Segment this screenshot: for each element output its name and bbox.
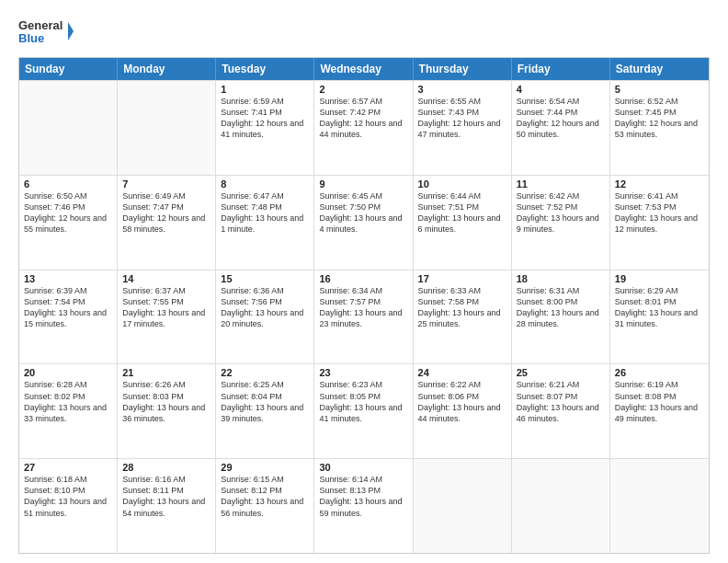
calendar-header-cell: Saturday (610, 58, 709, 80)
calendar-cell: 5Sunrise: 6:52 AM Sunset: 7:45 PM Daylig… (610, 81, 709, 175)
page: General Blue SundayMondayTuesdayWednesda… (0, 0, 728, 563)
day-number: 6 (24, 178, 112, 190)
day-info: Sunrise: 6:19 AM Sunset: 8:08 PM Dayligh… (615, 379, 704, 424)
day-number: 20 (24, 367, 112, 378)
calendar-cell (118, 81, 216, 175)
calendar-cell (414, 459, 512, 553)
day-number: 30 (319, 462, 407, 473)
day-info: Sunrise: 6:57 AM Sunset: 7:42 PM Dayligh… (319, 96, 407, 141)
day-info: Sunrise: 6:39 AM Sunset: 7:54 PM Dayligh… (24, 285, 112, 330)
calendar-cell (512, 459, 610, 553)
calendar-row: 20Sunrise: 6:28 AM Sunset: 8:02 PM Dayli… (19, 363, 709, 458)
calendar-cell: 20Sunrise: 6:28 AM Sunset: 8:02 PM Dayli… (19, 364, 118, 458)
calendar-cell: 26Sunrise: 6:19 AM Sunset: 8:08 PM Dayli… (610, 364, 709, 458)
calendar-cell: 2Sunrise: 6:57 AM Sunset: 7:42 PM Daylig… (314, 81, 413, 175)
calendar-cell: 13Sunrise: 6:39 AM Sunset: 7:54 PM Dayli… (19, 270, 118, 364)
day-number: 10 (418, 178, 506, 190)
day-number: 5 (615, 84, 704, 95)
day-info: Sunrise: 6:33 AM Sunset: 7:58 PM Dayligh… (418, 285, 506, 330)
day-info: Sunrise: 6:25 AM Sunset: 8:04 PM Dayligh… (221, 379, 309, 424)
svg-text:General: General (18, 18, 63, 32)
day-info: Sunrise: 6:31 AM Sunset: 8:00 PM Dayligh… (517, 285, 605, 330)
day-number: 8 (221, 178, 309, 190)
day-info: Sunrise: 6:50 AM Sunset: 7:46 PM Dayligh… (24, 190, 112, 236)
day-number: 4 (517, 84, 605, 95)
day-number: 2 (319, 84, 407, 95)
calendar-cell: 8Sunrise: 6:47 AM Sunset: 7:48 PM Daylig… (216, 176, 314, 270)
calendar-row: 13Sunrise: 6:39 AM Sunset: 7:54 PM Dayli… (19, 270, 709, 364)
day-info: Sunrise: 6:49 AM Sunset: 7:47 PM Dayligh… (122, 190, 210, 236)
calendar-cell: 29Sunrise: 6:15 AM Sunset: 8:12 PM Dayli… (216, 459, 314, 553)
day-number: 15 (221, 273, 309, 284)
day-info: Sunrise: 6:26 AM Sunset: 8:03 PM Dayligh… (122, 379, 210, 424)
day-number: 12 (615, 178, 704, 190)
day-info: Sunrise: 6:42 AM Sunset: 7:52 PM Dayligh… (517, 190, 605, 236)
calendar-cell: 12Sunrise: 6:41 AM Sunset: 7:53 PM Dayli… (610, 176, 709, 270)
day-number: 9 (319, 178, 407, 190)
svg-marker-2 (68, 22, 74, 40)
calendar-header-row: SundayMondayTuesdayWednesdayThursdayFrid… (19, 58, 709, 80)
day-info: Sunrise: 6:15 AM Sunset: 8:12 PM Dayligh… (221, 474, 309, 519)
calendar-header-cell: Tuesday (216, 58, 314, 80)
calendar-cell: 17Sunrise: 6:33 AM Sunset: 7:58 PM Dayli… (414, 270, 512, 364)
calendar-cell: 21Sunrise: 6:26 AM Sunset: 8:03 PM Dayli… (118, 364, 216, 458)
day-info: Sunrise: 6:16 AM Sunset: 8:11 PM Dayligh… (122, 474, 210, 519)
calendar-cell: 19Sunrise: 6:29 AM Sunset: 8:01 PM Dayli… (610, 270, 709, 364)
day-number: 23 (319, 367, 407, 378)
calendar-cell: 3Sunrise: 6:55 AM Sunset: 7:43 PM Daylig… (414, 81, 512, 175)
day-number: 18 (517, 273, 605, 284)
day-info: Sunrise: 6:28 AM Sunset: 8:02 PM Dayligh… (24, 379, 112, 424)
day-info: Sunrise: 6:41 AM Sunset: 7:53 PM Dayligh… (615, 190, 704, 236)
day-number: 29 (221, 462, 309, 473)
day-number: 14 (122, 273, 210, 284)
calendar-header-cell: Friday (512, 58, 610, 80)
day-info: Sunrise: 6:59 AM Sunset: 7:41 PM Dayligh… (221, 96, 309, 141)
calendar-cell: 28Sunrise: 6:16 AM Sunset: 8:11 PM Dayli… (118, 459, 216, 553)
calendar-cell: 18Sunrise: 6:31 AM Sunset: 8:00 PM Dayli… (512, 270, 610, 364)
calendar-header-cell: Wednesday (314, 58, 413, 80)
day-info: Sunrise: 6:21 AM Sunset: 8:07 PM Dayligh… (517, 379, 605, 424)
logo-svg: General Blue (18, 15, 74, 48)
calendar-cell: 24Sunrise: 6:22 AM Sunset: 8:06 PM Dayli… (414, 364, 512, 458)
day-info: Sunrise: 6:37 AM Sunset: 7:55 PM Dayligh… (122, 285, 210, 330)
day-info: Sunrise: 6:55 AM Sunset: 7:43 PM Dayligh… (418, 96, 506, 141)
calendar-body: 1Sunrise: 6:59 AM Sunset: 7:41 PM Daylig… (19, 80, 709, 553)
day-info: Sunrise: 6:23 AM Sunset: 8:05 PM Dayligh… (319, 379, 407, 424)
day-number: 3 (418, 84, 506, 95)
calendar-header-cell: Monday (118, 58, 216, 80)
day-number: 17 (418, 273, 506, 284)
day-number: 26 (615, 367, 704, 378)
day-number: 24 (418, 367, 506, 378)
day-number: 19 (615, 273, 704, 284)
calendar-cell: 4Sunrise: 6:54 AM Sunset: 7:44 PM Daylig… (512, 81, 610, 175)
calendar-cell: 11Sunrise: 6:42 AM Sunset: 7:52 PM Dayli… (512, 176, 610, 270)
calendar-cell: 14Sunrise: 6:37 AM Sunset: 7:55 PM Dayli… (118, 270, 216, 364)
day-info: Sunrise: 6:47 AM Sunset: 7:48 PM Dayligh… (221, 190, 309, 236)
day-number: 25 (517, 367, 605, 378)
calendar-cell: 22Sunrise: 6:25 AM Sunset: 8:04 PM Dayli… (216, 364, 314, 458)
day-number: 21 (122, 367, 210, 378)
calendar-cell: 25Sunrise: 6:21 AM Sunset: 8:07 PM Dayli… (512, 364, 610, 458)
calendar-cell: 16Sunrise: 6:34 AM Sunset: 7:57 PM Dayli… (314, 270, 413, 364)
calendar-cell (610, 459, 709, 553)
calendar-cell: 15Sunrise: 6:36 AM Sunset: 7:56 PM Dayli… (216, 270, 314, 364)
svg-text:Blue: Blue (18, 31, 44, 45)
calendar-row: 27Sunrise: 6:18 AM Sunset: 8:10 PM Dayli… (19, 458, 709, 553)
day-info: Sunrise: 6:54 AM Sunset: 7:44 PM Dayligh… (517, 96, 605, 141)
day-info: Sunrise: 6:36 AM Sunset: 7:56 PM Dayligh… (221, 285, 309, 330)
calendar-cell: 9Sunrise: 6:45 AM Sunset: 7:50 PM Daylig… (314, 176, 413, 270)
day-number: 22 (221, 367, 309, 378)
calendar-cell: 10Sunrise: 6:44 AM Sunset: 7:51 PM Dayli… (414, 176, 512, 270)
calendar-cell: 1Sunrise: 6:59 AM Sunset: 7:41 PM Daylig… (216, 81, 314, 175)
day-info: Sunrise: 6:44 AM Sunset: 7:51 PM Dayligh… (418, 190, 506, 236)
day-info: Sunrise: 6:29 AM Sunset: 8:01 PM Dayligh… (615, 285, 704, 330)
calendar-header-cell: Thursday (414, 58, 512, 80)
day-number: 13 (24, 273, 112, 284)
calendar-cell (19, 81, 118, 175)
calendar-cell: 23Sunrise: 6:23 AM Sunset: 8:05 PM Dayli… (314, 364, 413, 458)
calendar-cell: 7Sunrise: 6:49 AM Sunset: 7:47 PM Daylig… (118, 176, 216, 270)
day-number: 7 (122, 178, 210, 190)
calendar-header-cell: Sunday (19, 58, 118, 80)
day-number: 1 (221, 84, 309, 95)
calendar-cell: 30Sunrise: 6:14 AM Sunset: 8:13 PM Dayli… (314, 459, 413, 553)
